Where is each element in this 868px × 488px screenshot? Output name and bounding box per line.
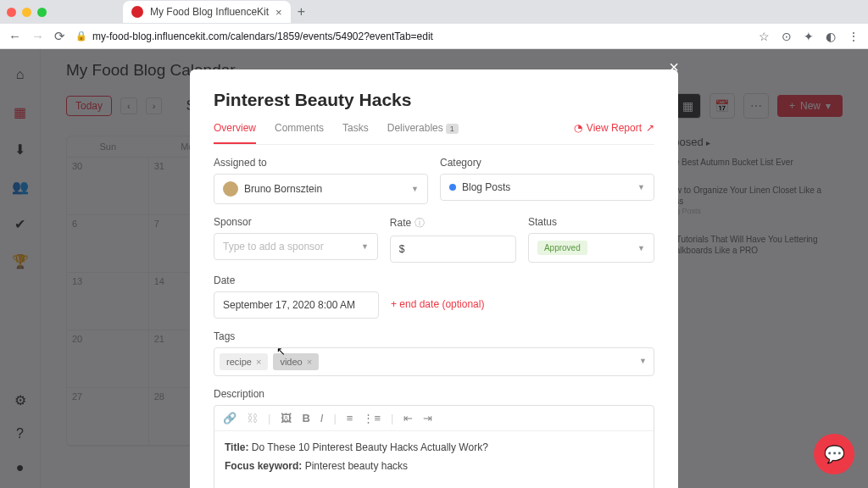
date-input[interactable] [214, 291, 379, 319]
minimize-window-icon[interactable] [22, 8, 31, 17]
status-select[interactable]: Approved▼ [528, 233, 654, 263]
ul-icon[interactable]: ⋮≡ [363, 412, 381, 424]
modal-overlay[interactable]: × Pinterest Beauty Hacks Overview Commen… [0, 49, 868, 488]
ol-icon[interactable]: ≡ [347, 412, 353, 424]
date-label: Date [214, 274, 379, 286]
editor-toolbar: 🔗 ⛓ | 🖼 B I | ≡ ⋮≡ | ⇤ ⇥ [214, 406, 654, 431]
tab-overview[interactable]: Overview [214, 122, 256, 144]
bold-icon[interactable]: B [302, 412, 309, 424]
modal-title: Pinterest Beauty Hacks [214, 90, 654, 110]
tags-label: Tags [214, 330, 654, 342]
category-label: Category [440, 157, 654, 169]
avatar [223, 181, 238, 197]
remove-tag-icon[interactable]: × [307, 357, 312, 367]
chart-icon: ◔ [574, 122, 582, 134]
lock-icon: 🔒 [75, 30, 87, 42]
indent-icon[interactable]: ⇥ [423, 412, 432, 424]
traffic-lights [7, 8, 47, 17]
app-root: ⌂ ▦ ⬇ 👥 ✔ 🏆 ⚙ ? ● My Food Blog Calendar … [0, 49, 868, 488]
link-icon[interactable]: 🔗 [223, 412, 236, 424]
reload-icon[interactable]: ⟳ [54, 29, 65, 44]
close-tab-icon[interactable]: × [275, 6, 282, 19]
favicon-icon [131, 6, 143, 18]
sponsor-select[interactable]: Type to add a sponsor▼ [214, 233, 378, 260]
ext1-icon[interactable]: ⊙ [782, 30, 792, 43]
url-field[interactable]: 🔒 my-food-blog.influencekit.com/calendar… [75, 30, 748, 42]
external-link-icon: ↗ [646, 122, 654, 134]
info-icon[interactable]: ⓘ [415, 217, 425, 229]
modal-tabs: Overview Comments Tasks Deliverables1 ◔V… [214, 122, 654, 145]
description-editor: 🔗 ⛓ | 🖼 B I | ≡ ⋮≡ | ⇤ ⇥ Title: [214, 405, 654, 488]
browser-tabstrip: My Food Blog InfluenceKit × + [0, 0, 868, 24]
url-text: my-food-blog.influencekit.com/calendars/… [92, 30, 433, 42]
status-label: Status [528, 216, 654, 228]
new-tab-button[interactable]: + [298, 4, 305, 19]
tab-title: My Food Blog InfluenceKit [150, 6, 269, 18]
rate-input[interactable] [390, 236, 516, 263]
tab-comments[interactable]: Comments [275, 122, 324, 144]
rate-label: Rate ⓘ [390, 216, 516, 230]
star-icon[interactable]: ☆ [759, 30, 770, 43]
address-bar: ← → ⟳ 🔒 my-food-blog.influencekit.com/ca… [0, 24, 868, 49]
editor-content[interactable]: Title: Do These 10 Pinterest Beauty Hack… [214, 431, 654, 488]
category-select[interactable]: Blog Posts▼ [440, 174, 654, 201]
back-icon[interactable]: ← [8, 29, 21, 43]
chat-icon: 💬 [824, 444, 845, 464]
outdent-icon[interactable]: ⇤ [403, 412, 413, 424]
chevron-down-icon: ▼ [639, 357, 647, 365]
forward-icon[interactable]: → [31, 29, 44, 43]
assigned-label: Assigned to [214, 157, 428, 169]
tags-input[interactable]: recipe× video× ▼ ↖ [214, 347, 654, 376]
assigned-select[interactable]: Bruno Bornsztein▼ [214, 174, 428, 204]
chevron-down-icon: ▼ [411, 185, 419, 193]
remove-tag-icon[interactable]: × [256, 357, 261, 367]
unlink-icon[interactable]: ⛓ [247, 412, 258, 424]
tab-deliverables[interactable]: Deliverables1 [387, 122, 459, 144]
tag-chip[interactable]: recipe× [220, 353, 268, 370]
tab-tasks[interactable]: Tasks [342, 122, 369, 144]
chevron-down-icon: ▼ [361, 242, 369, 251]
extensions-icon[interactable]: ✦ [804, 30, 814, 43]
chevron-down-icon: ▼ [637, 183, 645, 191]
sponsor-label: Sponsor [214, 216, 378, 228]
close-window-icon[interactable] [7, 8, 16, 17]
browser-tab[interactable]: My Food Blog InfluenceKit × [123, 1, 291, 23]
add-end-date-link[interactable]: + end date (optional) [391, 298, 484, 310]
menu-icon[interactable]: ⋮ [848, 30, 860, 43]
maximize-window-icon[interactable] [37, 8, 47, 17]
chat-fab[interactable]: 💬 [814, 434, 854, 474]
image-icon[interactable]: 🖼 [281, 412, 292, 424]
view-report-link[interactable]: ◔View Report↗ [574, 122, 654, 134]
status-badge: Approved [537, 241, 587, 255]
profile-icon[interactable]: ◐ [826, 30, 836, 43]
chevron-down-icon: ▼ [637, 244, 645, 252]
description-label: Description [214, 388, 654, 400]
event-modal: Pinterest Beauty Hacks Overview Comments… [190, 69, 678, 488]
italic-icon[interactable]: I [320, 412, 324, 424]
color-dot-icon [449, 184, 456, 191]
tag-chip[interactable]: video× [273, 353, 319, 370]
